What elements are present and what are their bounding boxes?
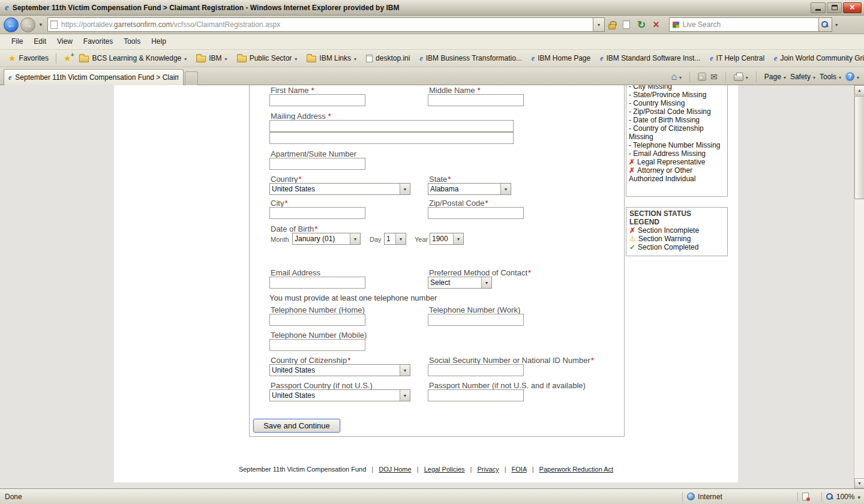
home-button[interactable] bbox=[671, 71, 682, 82]
address-dropdown-button[interactable] bbox=[593, 17, 605, 32]
footer-link-foia[interactable]: FOIA bbox=[512, 466, 527, 473]
required-marker: * bbox=[299, 175, 302, 184]
search-input[interactable]: Live Search bbox=[669, 17, 819, 32]
favorites-item-bcs[interactable]: BCS Learning & Knowledge bbox=[74, 54, 191, 62]
country-select[interactable]: United States bbox=[269, 183, 410, 195]
close-icon bbox=[850, 3, 855, 12]
dropdown-arrow-icon[interactable] bbox=[400, 390, 410, 401]
dropdown-arrow-icon[interactable] bbox=[500, 184, 511, 194]
feeds-button[interactable] bbox=[698, 73, 706, 81]
favorites-item-world-community-grid[interactable]: Join World Community Grid bbox=[769, 54, 864, 63]
dob-day-select[interactable]: 1 bbox=[384, 233, 406, 245]
help-button[interactable] bbox=[845, 72, 859, 81]
menu-view[interactable]: View bbox=[52, 34, 78, 49]
mailing-address-line1-input[interactable] bbox=[269, 120, 514, 132]
city-input[interactable] bbox=[269, 207, 365, 219]
menu-edit[interactable]: Edit bbox=[28, 34, 52, 49]
window-controls bbox=[809, 2, 862, 13]
add-to-favorites-button[interactable] bbox=[64, 53, 71, 63]
forward-button[interactable] bbox=[20, 17, 35, 32]
menu-tools[interactable]: Tools bbox=[118, 34, 146, 49]
status-item: - Country of Citizenship Missing bbox=[629, 124, 725, 141]
dropdown-arrow-icon[interactable] bbox=[350, 233, 360, 244]
phone-mobile-input[interactable] bbox=[269, 339, 365, 351]
apartment-suite-input[interactable] bbox=[269, 158, 365, 170]
safety-menu-button[interactable]: Safety bbox=[790, 73, 815, 81]
required-marker: * bbox=[478, 86, 481, 95]
claimant-registration-form: First Name* Middle Name* Mailing Address… bbox=[249, 85, 625, 437]
tab-claimant-registration[interactable]: September 11th Victim Compensation Fund … bbox=[4, 69, 184, 85]
favorites-item-ibm-standard-software[interactable]: IBM Standard Software Inst... bbox=[595, 54, 705, 63]
minimize-button[interactable] bbox=[811, 2, 826, 13]
favorites-item-it-help-central[interactable]: IT Help Central bbox=[705, 54, 769, 63]
zip-input[interactable] bbox=[428, 207, 524, 219]
menu-favorites[interactable]: Favorites bbox=[78, 34, 118, 49]
favorites-item-desktop-ini[interactable]: desktop.ini bbox=[361, 54, 415, 62]
compatibility-view-button[interactable] bbox=[619, 17, 634, 32]
citizenship-select[interactable]: United States bbox=[269, 364, 410, 376]
dropdown-arrow-icon[interactable] bbox=[481, 277, 491, 288]
favorites-item-ibm-business-transformation[interactable]: IBM Business Transformatio... bbox=[415, 54, 526, 63]
menu-help[interactable]: Help bbox=[146, 34, 172, 49]
scroll-up-button[interactable] bbox=[854, 85, 864, 95]
chevron-down-icon bbox=[295, 54, 297, 62]
dob-year-select[interactable]: 1900 bbox=[430, 233, 464, 245]
favorites-item-public-sector[interactable]: Public Sector bbox=[232, 54, 302, 62]
address-bar[interactable]: https://portaldev.garretsonfirm.com/vcfs… bbox=[47, 17, 593, 32]
footer-brand: September 11th Victim Compensation Fund bbox=[239, 466, 366, 473]
footer-link-paperwork-reduction-act[interactable]: Paperwork Reduction Act bbox=[539, 466, 614, 473]
footer-link-privacy[interactable]: Privacy bbox=[478, 466, 499, 473]
close-button[interactable] bbox=[843, 2, 862, 13]
dropdown-arrow-icon[interactable] bbox=[395, 233, 406, 244]
status-item: - Zip/Postal Code Missing bbox=[629, 107, 725, 116]
scroll-down-button[interactable] bbox=[854, 478, 864, 488]
read-mail-button[interactable] bbox=[710, 72, 718, 82]
favorites-item-ibm[interactable]: IBM bbox=[191, 54, 232, 62]
zoom-dropdown-caret[interactable] bbox=[857, 493, 860, 501]
vertical-scrollbar[interactable] bbox=[854, 85, 864, 488]
history-dropdown-caret[interactable] bbox=[37, 18, 45, 31]
page-menu-button[interactable]: Page bbox=[764, 73, 786, 81]
separator bbox=[682, 492, 683, 502]
tools-menu-button[interactable]: Tools bbox=[820, 73, 841, 81]
dropdown-arrow-icon[interactable] bbox=[453, 233, 463, 244]
footer-link-doj-home[interactable]: DOJ Home bbox=[379, 466, 411, 473]
new-tab-button[interactable] bbox=[185, 71, 198, 85]
lock-icon bbox=[608, 24, 616, 29]
mailing-address-line2-input[interactable] bbox=[269, 132, 514, 144]
maximize-button[interactable] bbox=[827, 2, 842, 13]
first-name-input[interactable] bbox=[269, 94, 365, 106]
stop-button[interactable] bbox=[649, 17, 663, 32]
refresh-button[interactable] bbox=[634, 17, 649, 32]
footer-link-legal-policies[interactable]: Legal Policies bbox=[424, 466, 465, 473]
menu-file[interactable]: File bbox=[6, 34, 28, 49]
zoom-level[interactable]: 100% bbox=[836, 493, 855, 501]
dob-month-select[interactable]: January (01) bbox=[292, 233, 361, 245]
zoom-icon[interactable] bbox=[826, 493, 833, 500]
security-lock-button[interactable] bbox=[605, 17, 619, 32]
validation-status-panel: - City Missing - State/Province Missing … bbox=[626, 85, 728, 197]
email-input[interactable] bbox=[269, 277, 365, 289]
dropdown-arrow-icon[interactable] bbox=[400, 184, 410, 194]
favorites-item-ibm-home-page[interactable]: IBM Home Page bbox=[527, 54, 595, 63]
passport-country-select[interactable]: United States bbox=[269, 389, 410, 401]
print-button[interactable] bbox=[734, 72, 748, 81]
separator bbox=[821, 492, 822, 502]
favorites-button[interactable]: Favorites bbox=[5, 53, 52, 63]
phone-work-input[interactable] bbox=[428, 314, 524, 326]
required-marker: * bbox=[485, 199, 488, 208]
dropdown-arrow-icon[interactable] bbox=[400, 365, 410, 376]
preferred-contact-select[interactable]: Select bbox=[428, 277, 492, 289]
back-button[interactable] bbox=[4, 17, 19, 32]
ssn-input[interactable] bbox=[428, 364, 524, 376]
search-dropdown-caret[interactable] bbox=[832, 17, 841, 32]
phone-home-input[interactable] bbox=[269, 314, 365, 326]
scrollbar-thumb[interactable] bbox=[854, 96, 864, 199]
favorites-item-ibm-links[interactable]: IBM Links bbox=[302, 54, 361, 62]
save-and-continue-button[interactable]: Save and Continue bbox=[253, 419, 340, 433]
search-button[interactable] bbox=[819, 17, 832, 32]
passport-number-input[interactable] bbox=[428, 389, 524, 401]
middle-name-input[interactable] bbox=[428, 94, 524, 106]
smartscreen-icon[interactable] bbox=[802, 493, 809, 500]
state-select[interactable]: Alabama bbox=[428, 183, 511, 195]
